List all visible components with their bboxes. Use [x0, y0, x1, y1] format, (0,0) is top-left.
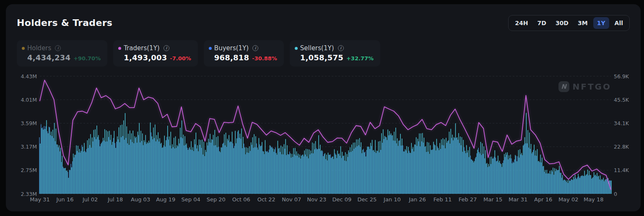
left-axis-tick: 4.43M	[21, 73, 37, 80]
traders-change: -7.00%	[170, 55, 191, 62]
x-axis-tick: Aug 03	[131, 196, 150, 203]
sellers-legend-dot	[295, 47, 298, 50]
holders-change: +90.70%	[73, 55, 101, 62]
sellers-value: 1,058,575	[300, 53, 343, 62]
x-axis-tick: Feb 27	[459, 196, 477, 203]
stat-card-buyers[interactable]: Buyers(1Y)i968,818-30.88%	[204, 40, 284, 67]
left-axis-tick: 3.17M	[21, 144, 37, 150]
right-axis-tick: 0	[614, 191, 617, 197]
stat-card-holders[interactable]: Holdersi4,434,234+90.70%	[17, 40, 107, 67]
sellers-change: +32.77%	[346, 55, 374, 62]
x-axis-tick: Dec 09	[332, 196, 351, 203]
time-range-all[interactable]: All	[611, 17, 627, 29]
x-axis-tick: Feb 11	[434, 196, 452, 203]
x-axis-tick: Jun 16	[56, 196, 74, 203]
holders-label: Holders	[27, 44, 51, 52]
x-axis-tick: Mar 15	[483, 196, 502, 203]
holders-value: 4,434,234	[27, 53, 70, 62]
legend-stat-cards: Holdersi4,434,234+90.70%Traders(1Y)i1,49…	[17, 40, 380, 67]
sellers-info-icon[interactable]: i	[338, 45, 344, 51]
buyers-change: -30.88%	[252, 55, 277, 62]
x-axis-tick: May 31	[30, 196, 50, 203]
x-axis-tick: Jan 26	[408, 196, 426, 203]
right-axis-tick: 45.5K	[614, 97, 629, 103]
traders-value: 1,493,003	[124, 53, 167, 62]
right-axis-tick: 56.9K	[614, 73, 629, 80]
x-axis-tick: May 18	[584, 196, 604, 203]
bars-layer	[39, 113, 611, 194]
time-range-30d[interactable]: 30D	[552, 17, 572, 29]
buyers-info-icon[interactable]: i	[252, 45, 258, 51]
left-axis-tick: 3.59M	[21, 120, 37, 126]
x-axis-tick: May 02	[558, 196, 579, 203]
page-title: Holders & Traders	[17, 18, 112, 28]
sellers-label: Sellers(1Y)	[300, 44, 334, 52]
buyers-label: Buyers(1Y)	[214, 44, 249, 52]
holders-info-icon[interactable]: i	[55, 45, 61, 51]
buyers-legend-dot	[209, 47, 212, 50]
x-axis-tick: Oct 06	[232, 196, 250, 203]
time-range-7d[interactable]: 7D	[534, 17, 550, 29]
holders-traders-panel: Holders & Traders 24H7D30D3M1YAll Holder…	[6, 4, 641, 211]
time-range-24h[interactable]: 24H	[511, 17, 532, 29]
traders-info-icon[interactable]: i	[164, 45, 169, 51]
x-axis-tick: Sep 20	[207, 196, 226, 203]
time-range-selector: 24H7D30D3M1YAll	[508, 15, 630, 31]
left-axis-tick: 4.01M	[21, 97, 37, 103]
x-axis-tick: Nov 23	[307, 196, 326, 203]
x-axis-tick: Jul 18	[107, 196, 123, 203]
time-range-3m[interactable]: 3M	[574, 17, 592, 29]
traders-legend-dot	[118, 47, 121, 50]
stat-card-traders[interactable]: Traders(1Y)i1,493,003-7.00%	[113, 40, 198, 67]
x-axis-tick: Jul 02	[82, 196, 98, 203]
x-axis-tick: Apr 16	[534, 196, 552, 203]
chart-area: 4.43M56.9K4.01M45.5K3.59M34.1K3.17M22.8K…	[17, 71, 629, 205]
left-axis-tick: 2.75M	[21, 167, 37, 173]
right-axis-tick: 34.1K	[614, 120, 629, 126]
right-axis-tick: 11.4K	[614, 167, 629, 173]
holders-traders-chart[interactable]: 4.43M56.9K4.01M45.5K3.59M34.1K3.17M22.8K…	[17, 71, 629, 205]
x-axis-tick: Dec 25	[358, 196, 377, 203]
x-axis-tick: Sep 04	[182, 196, 200, 203]
x-axis-tick: Oct 22	[257, 196, 275, 203]
traders-label: Traders(1Y)	[124, 44, 159, 52]
x-axis-tick: Jan 10	[383, 196, 401, 203]
right-axis-tick: 22.8K	[614, 144, 629, 150]
stat-card-sellers[interactable]: Sellers(1Y)i1,058,575+32.77%	[290, 40, 380, 67]
buyers-value: 968,818	[214, 53, 249, 62]
traders-line	[40, 80, 611, 189]
x-axis-tick: Mar 31	[509, 196, 527, 203]
x-axis-tick: Nov 07	[282, 196, 301, 203]
x-axis-tick: Aug 19	[156, 196, 175, 203]
time-range-1y[interactable]: 1Y	[593, 17, 609, 29]
holders-legend-dot	[22, 47, 25, 50]
